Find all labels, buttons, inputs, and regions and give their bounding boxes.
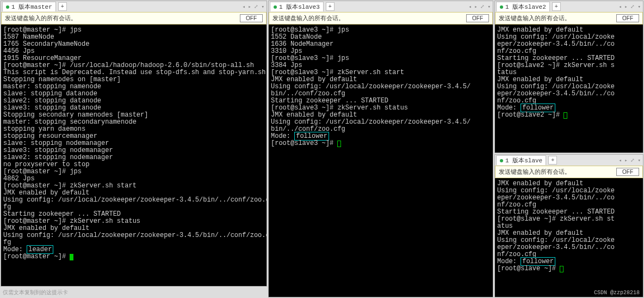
off-button[interactable]: OFF [240, 14, 263, 22]
prompt: [root@master ~]# [3, 253, 70, 260]
broadcast-text: 发送键盘输入的所有会话。 [273, 14, 344, 22]
tab-label: 1 版本slave3 [279, 3, 320, 11]
tab-slave2[interactable]: 1 版本slave2 [496, 2, 550, 11]
terminal-output: [root@master ~]# jps 1587 NameNode 1765 … [3, 26, 267, 246]
broadcast-bar: 发送键盘输入的所有会话。 OFF [269, 12, 493, 25]
control-icons: ◂ ▸ ⤢ ▾ [469, 4, 491, 10]
tab-controls[interactable]: ◂ ▸ ⤢ ▾ [335, 4, 493, 10]
add-tab-button[interactable]: + [552, 2, 561, 11]
status-footer: 仅需文本复制到的这提示卡 [1, 288, 267, 297]
terminal-slave3[interactable]: [root@slave3 ~]# jps 1552 DataNode 1636 … [269, 25, 493, 297]
pane-master: 1 版本master + ◂ ▸ ⤢ ▾ 发送键盘输入的所有会话。 OFF [r… [1, 1, 267, 287]
pane-slave: 1 版本slave + ◂ ▸ ⤢ ▾ 发送键盘输入的所有会话。 OFF JMX… [494, 154, 643, 297]
off-button[interactable]: OFF [466, 14, 489, 22]
mode-label: Mode: [497, 104, 521, 112]
status-dot-icon [500, 159, 503, 162]
mode-label: Mode: [3, 246, 27, 253]
terminal-output: JMX enabled by default Using config: /us… [497, 180, 615, 258]
status-dot-icon [500, 5, 503, 9]
terminal-master[interactable]: [root@master ~]# jps 1587 NameNode 1765 … [1, 25, 267, 286]
tab-master[interactable]: 1 版本master [2, 2, 56, 11]
tab-bar: 1 版本slave2 + ◂ ▸ ⤢ ▾ [495, 1, 643, 12]
tab-bar: 1 版本slave3 + ◂ ▸ ⤢ ▾ [269, 1, 493, 12]
footer-text: 仅需文本复制到的这提示卡 [3, 289, 68, 296]
cursor-icon [337, 141, 341, 147]
add-tab-button[interactable]: + [58, 2, 67, 11]
tab-label: 1 版本slave2 [505, 3, 546, 11]
add-tab-button[interactable]: + [548, 156, 557, 165]
prompt: [root@slave3 ~]# [271, 139, 337, 147]
mode-label: Mode: [497, 258, 521, 265]
terminal-output: [root@slave3 ~]# jps 1552 DataNode 1636 … [271, 26, 470, 133]
watermark: CSDN @zzp28218 [594, 290, 640, 296]
tab-controls[interactable]: ◂ ▸ ⤢ ▾ [561, 4, 643, 10]
broadcast-text: 发送键盘输入的所有会话。 [5, 14, 77, 22]
tab-bar: 1 版本slave + ◂ ▸ ⤢ ▾ [495, 155, 643, 166]
control-icons: ◂ ▸ ⤢ ▾ [619, 4, 641, 10]
tab-slave3[interactable]: 1 版本slave3 [270, 2, 324, 11]
tab-controls[interactable]: ◂ ▸ ⤢ ▾ [557, 157, 643, 163]
tab-label: 1 版本master [11, 3, 52, 11]
status-dot-icon [6, 5, 9, 9]
add-tab-button[interactable]: + [326, 2, 335, 11]
terminal-slave[interactable]: JMX enabled by default Using config: /us… [495, 178, 643, 297]
off-button[interactable]: OFF [616, 168, 639, 176]
tab-controls[interactable]: ◂ ▸ ⤢ ▾ [67, 4, 267, 10]
terminal-output: JMX enabled by default Using config: /us… [497, 26, 615, 105]
broadcast-bar: 发送键盘输入的所有会话。 OFF [495, 12, 643, 25]
tab-label: 1 版本slave [505, 156, 542, 165]
tab-bar: 1 版本master + ◂ ▸ ⤢ ▾ [1, 1, 267, 12]
off-button[interactable]: OFF [616, 14, 639, 22]
broadcast-text: 发送键盘输入的所有会话。 [499, 168, 571, 176]
cursor-icon [564, 112, 567, 119]
terminal-slave2[interactable]: JMX enabled by default Using config: /us… [495, 25, 643, 153]
mode-label: Mode: [271, 132, 294, 140]
cursor-icon [70, 254, 73, 260]
control-icons: ◂ ▸ ⤢ ▾ [619, 157, 641, 163]
broadcast-bar: 发送键盘输入的所有会话。 OFF [1, 12, 267, 25]
pane-slave3: 1 版本slave3 + ◂ ▸ ⤢ ▾ 发送键盘输入的所有会话。 OFF [r… [268, 1, 493, 297]
tab-slave[interactable]: 1 版本slave [496, 155, 546, 165]
pane-slave2: 1 版本slave2 + ◂ ▸ ⤢ ▾ 发送键盘输入的所有会话。 OFF JM… [494, 1, 643, 153]
control-icons: ◂ ▸ ⤢ ▾ [243, 4, 264, 10]
prompt: [root@slave ~]# [497, 265, 560, 272]
broadcast-text: 发送键盘输入的所有会话。 [499, 14, 571, 22]
prompt: [root@slave2 ~]# [497, 111, 564, 119]
cursor-icon [560, 266, 564, 272]
broadcast-bar: 发送键盘输入的所有会话。 OFF [495, 166, 643, 178]
status-dot-icon [274, 5, 277, 9]
